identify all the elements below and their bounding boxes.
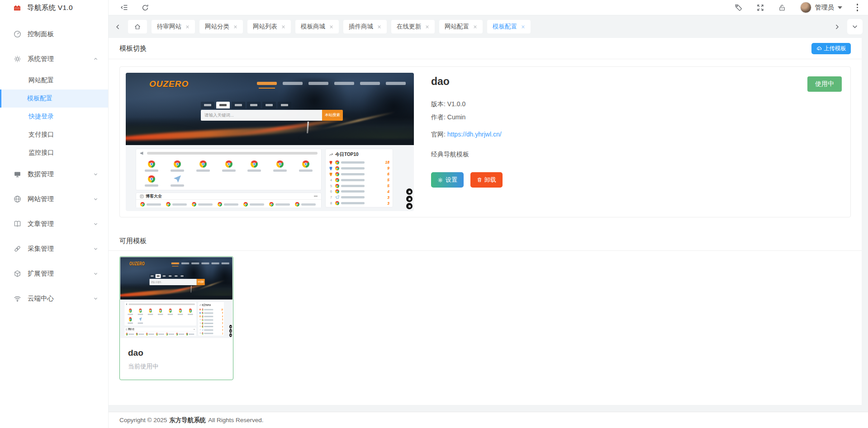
app-window: 导航系统 V1.0 控制面板 系统管理 网站配置 模板配置 快捷登录 [0, 0, 868, 428]
in-use-badge[interactable]: 使用中 [807, 76, 842, 92]
tab-options-dropdown[interactable] [847, 19, 863, 34]
top10-count: 18 [385, 160, 389, 165]
rank-number: 5 [199, 322, 201, 325]
blurred-site-name [341, 173, 365, 175]
stab-decor [173, 274, 179, 278]
sidebar-subitem-quick-login[interactable]: 快捷登录 [0, 108, 108, 126]
stab-decor [262, 102, 276, 108]
sidebar-subitem-monitor-api[interactable]: 监控接口 [0, 144, 108, 162]
stab-decor [167, 274, 173, 278]
gear-icon [14, 55, 21, 63]
chip-decor [166, 202, 187, 207]
top10-count: 5 [387, 183, 389, 188]
top10-count: 3 [387, 207, 389, 207]
navchip-decor [201, 263, 209, 264]
tab-site-categories[interactable]: 网站分类 [199, 20, 243, 33]
close-tab-icon[interactable] [521, 25, 525, 29]
refresh-icon[interactable] [142, 4, 149, 11]
fab-decor [229, 325, 232, 329]
close-tab-icon[interactable] [329, 25, 333, 29]
rank-number: 9 [199, 336, 201, 336]
close-tab-icon[interactable] [233, 25, 237, 29]
stab-decor [216, 102, 230, 108]
home-tab-button[interactable] [128, 20, 147, 33]
preview-left-column: 博客大全 [136, 149, 322, 207]
site-favicon [202, 308, 204, 310]
blurred-site-name [204, 323, 213, 324]
site-favicon [335, 160, 339, 165]
close-tab-icon[interactable] [473, 25, 477, 29]
preview-search-input: 请输入关键词... [150, 279, 197, 285]
settings-button[interactable]: 设置 [431, 172, 464, 188]
sidebar-item-label: 云端中心 [28, 294, 54, 303]
copyright-prefix: Copyright © 2025 [119, 417, 167, 423]
close-tab-icon[interactable] [377, 25, 381, 29]
cell-decor [135, 316, 145, 325]
site-favicon [335, 189, 339, 193]
sidebar-item-collect[interactable]: 采集管理 [0, 236, 108, 261]
top10-title: 今日TOP10 [335, 151, 359, 158]
tab-label: 模板商城 [301, 23, 325, 31]
blurred-announcement-text [147, 152, 318, 155]
link-icon [14, 245, 21, 253]
cell-decor [125, 307, 135, 316]
sidebar-item-system[interactable]: 系统管理 [0, 47, 108, 71]
sidebar-subitem-template-config[interactable]: 模板配置 [0, 89, 108, 108]
tab-template-config[interactable]: 模板配置 [487, 20, 531, 33]
sidebar-item-dashboard[interactable]: 控制面板 [0, 22, 108, 47]
available-template-card[interactable]: OUZERO 请输入关键词... 本站搜索 [119, 256, 233, 380]
close-tab-icon[interactable] [185, 25, 190, 29]
more-menu-icon[interactable] [857, 4, 859, 11]
preview-top10-card: 今日TOP10 18 [325, 149, 393, 207]
blurred-site-name [341, 202, 365, 204]
cube-icon [14, 270, 21, 277]
tab-plugin-store[interactable]: 插件商城 [343, 20, 387, 33]
blurred-site-name [341, 185, 365, 187]
sidebar-item-website[interactable]: 网站管理 [0, 187, 108, 212]
sidebar-item-extension[interactable]: 扩展管理 [0, 261, 108, 286]
tab-online-update[interactable]: 在线更新 [391, 20, 435, 33]
top10-row: 9 [329, 165, 389, 171]
lock-icon[interactable] [778, 4, 786, 11]
upload-template-button[interactable]: 上传模板 [811, 43, 851, 54]
tabs-scroll-right-icon[interactable] [831, 24, 843, 30]
user-menu[interactable]: 管理员 [800, 2, 842, 13]
sidebar-item-cloud[interactable]: 云端中心 [0, 286, 108, 311]
sidebar-subitem-site-config[interactable]: 网站配置 [0, 71, 108, 89]
tab-label: 网站配置 [445, 23, 469, 31]
sidebar-subitem-payment-api[interactable]: 支付接口 [0, 126, 108, 144]
trophy-1-icon [199, 308, 201, 310]
rank-number: 9 [329, 207, 333, 207]
chip-decor [186, 333, 194, 335]
sidebar-item-article[interactable]: 文章管理 [0, 212, 108, 236]
tab-template-store[interactable]: 模板商城 [295, 20, 339, 33]
available-template-name: dao [128, 348, 225, 358]
fullscreen-icon[interactable] [757, 4, 764, 11]
cell-decor [135, 307, 145, 316]
tab-site-list[interactable]: 网站列表 [247, 20, 291, 33]
cell-decor [139, 158, 165, 173]
sidebar-item-label: 数据管理 [28, 170, 54, 179]
stab-decor [156, 274, 161, 278]
preview-float-buttons [406, 188, 413, 209]
preview-blog-card: 博客大全 [136, 193, 322, 207]
fab-decor [406, 203, 413, 209]
top10-count: 4 [387, 189, 389, 194]
tag-icon[interactable] [735, 4, 742, 11]
chevron-up-icon [93, 56, 98, 61]
sidebar-item-data[interactable]: 数据管理 [0, 162, 108, 187]
close-tab-icon[interactable] [425, 25, 429, 29]
preview-site-logo: OUZERO [129, 261, 145, 267]
tab-site-config[interactable]: 网站配置 [439, 20, 483, 33]
fab-decor [406, 188, 413, 195]
website-link[interactable]: https://dh.yhrjwl.cn/ [447, 131, 502, 138]
topbar-right: 管理员 [735, 2, 859, 13]
cell-decor [190, 158, 216, 173]
stab-decor [278, 102, 291, 108]
collapse-sidebar-icon[interactable] [120, 4, 128, 11]
tab-pending-sites[interactable]: 待审网站 [152, 20, 195, 33]
close-tab-icon[interactable] [281, 25, 285, 29]
top10-count: 18 [221, 308, 223, 311]
tabs-scroll-left-icon[interactable] [112, 24, 123, 30]
uninstall-button[interactable]: 卸载 [470, 172, 503, 188]
